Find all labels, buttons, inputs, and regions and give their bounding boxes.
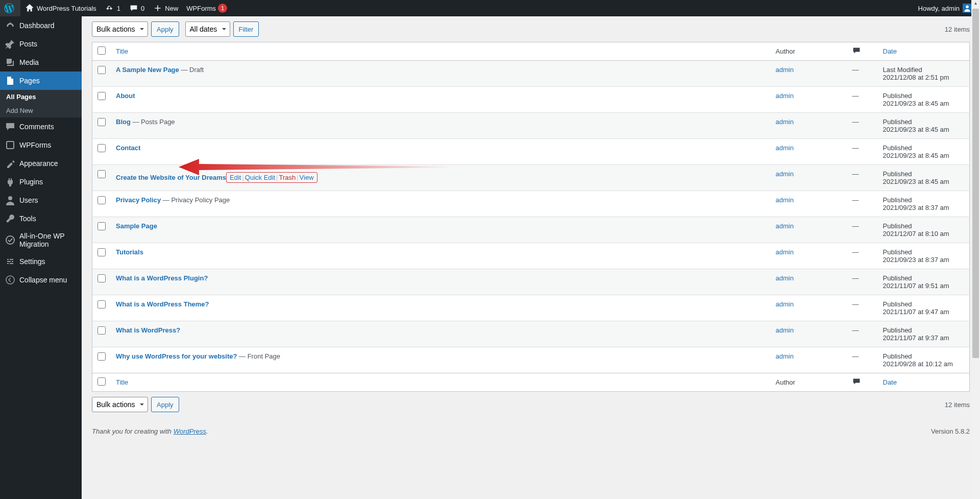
publish-date: 2021/09/23 at 8:37 am (883, 204, 949, 211)
row-checkbox[interactable] (97, 170, 106, 178)
items-count-bottom: 12 items (945, 401, 970, 409)
sidebar-item-media[interactable]: Media (0, 53, 82, 72)
sidebar-item-all-in-one-wp-migration[interactable]: All-in-One WP Migration (0, 228, 82, 252)
page-title-link[interactable]: Tutorials (116, 248, 143, 256)
sidebar-label: Settings (19, 257, 45, 266)
page-icon (5, 76, 15, 86)
col-header-comments[interactable] (847, 42, 878, 61)
apply-button-top[interactable]: Apply (151, 21, 179, 37)
table-row: What is WordPress?admin—Published2021/11… (92, 321, 970, 347)
sidebar-item-users[interactable]: Users (0, 191, 82, 209)
sidebar-sub-add-new[interactable]: Add New (0, 104, 82, 117)
row-checkbox[interactable] (97, 118, 106, 126)
sidebar-item-posts[interactable]: Posts (0, 35, 82, 53)
sidebar-label: Collapse menu (19, 276, 67, 284)
col-header-date[interactable]: Date (878, 42, 970, 61)
page-title-link[interactable]: A Sample New Page (116, 66, 179, 74)
sidebar-item-collapse-menu[interactable]: Collapse menu (0, 271, 82, 289)
col-footer-comments[interactable] (847, 373, 878, 392)
author-link[interactable]: admin (776, 66, 794, 74)
howdy-text: Howdy, admin (918, 5, 960, 12)
page-title-link[interactable]: What is a WordPress Theme? (116, 300, 209, 308)
row-checkbox[interactable] (97, 66, 106, 74)
col-header-author[interactable]: Author (771, 42, 847, 61)
sidebar-item-comments[interactable]: Comments (0, 117, 82, 136)
new-content-link[interactable]: New (149, 0, 182, 16)
author-link[interactable]: admin (776, 274, 794, 282)
author-link[interactable]: admin (776, 222, 794, 230)
bulk-actions-select[interactable]: Bulk actions (92, 21, 148, 37)
table-row: Why use WordPress for your website? — Fr… (92, 347, 970, 373)
howdy-user[interactable]: Howdy, admin (914, 0, 976, 16)
select-all-bottom[interactable] (97, 377, 106, 386)
author-link[interactable]: admin (776, 352, 794, 360)
author-link[interactable]: admin (776, 118, 794, 126)
row-checkbox[interactable] (97, 326, 106, 335)
col-header-title[interactable]: Title (111, 42, 771, 61)
publish-status: Published (883, 222, 912, 230)
sidebar-item-wpforms[interactable]: WPForms (0, 136, 82, 154)
author-link[interactable]: admin (776, 300, 794, 308)
row-checkbox[interactable] (97, 300, 106, 308)
sidebar-item-pages[interactable]: Pages (0, 72, 82, 90)
browser-scrollbar[interactable] (971, 0, 980, 499)
page-title-link[interactable]: What is a WordPress Plugin? (116, 274, 208, 282)
footer-thanks: Thank you for creating with (92, 427, 174, 435)
page-title-link[interactable]: About (116, 92, 135, 100)
row-checkbox[interactable] (97, 92, 106, 100)
publish-status: Published (883, 300, 912, 308)
footer-wp-link[interactable]: WordPress (174, 427, 206, 435)
author-link[interactable]: admin (776, 170, 794, 178)
author-link[interactable]: admin (776, 248, 794, 256)
wpforms-bar-link[interactable]: WPForms1 (182, 0, 231, 16)
row-checkbox[interactable] (97, 248, 106, 256)
page-title-link[interactable]: Create the Website of Your Dreams (116, 174, 226, 181)
apply-button-bottom[interactable]: Apply (151, 397, 179, 412)
sidebar-item-dashboard[interactable]: Dashboard (0, 16, 82, 35)
quick-edit-link[interactable]: Quick Edit (245, 174, 275, 181)
row-checkbox[interactable] (97, 274, 106, 282)
col-footer-author[interactable]: Author (771, 373, 847, 392)
col-footer-date[interactable]: Date (878, 373, 970, 392)
edit-link[interactable]: Edit (230, 174, 241, 181)
trash-link[interactable]: Trash (279, 174, 296, 181)
site-home[interactable]: WordPress Tutorials (20, 0, 101, 16)
bulk-actions-select-bottom[interactable]: Bulk actions (92, 397, 148, 412)
page-title-link[interactable]: Sample Page (116, 222, 157, 230)
author-link[interactable]: admin (776, 92, 794, 100)
page-title-link[interactable]: Contact (116, 144, 140, 152)
sidebar-label: Plugins (19, 178, 43, 186)
author-link[interactable]: admin (776, 326, 794, 334)
row-checkbox[interactable] (97, 352, 106, 361)
updates-link[interactable]: 1 (101, 0, 125, 16)
date-filter-select[interactable]: All dates (185, 21, 230, 37)
sidebar-item-tools[interactable]: Tools (0, 209, 82, 228)
row-checkbox[interactable] (97, 196, 106, 204)
sidebar-item-appearance[interactable]: Appearance (0, 154, 82, 173)
row-checkbox[interactable] (97, 144, 106, 152)
page-title-link[interactable]: Blog (116, 118, 131, 126)
row-checkbox[interactable] (97, 222, 106, 230)
author-link[interactable]: admin (776, 144, 794, 152)
view-link[interactable]: View (300, 174, 314, 181)
wp-logo[interactable] (0, 0, 20, 16)
svg-point-3 (6, 236, 14, 244)
comments-link[interactable]: 0 (125, 0, 149, 16)
author-link[interactable]: admin (776, 196, 794, 204)
publish-date: 2021/09/23 at 8:37 am (883, 256, 949, 264)
page-title-link[interactable]: Why use WordPress for your website? (116, 352, 237, 360)
page-title-link[interactable]: What is WordPress? (116, 326, 180, 334)
col-footer-title[interactable]: Title (111, 373, 771, 392)
sidebar-item-settings[interactable]: Settings (0, 252, 82, 271)
sidebar-sub-all-pages[interactable]: All Pages (0, 90, 82, 104)
comments-dash: — (852, 118, 859, 126)
wpforms-icon (5, 140, 15, 150)
select-all-top[interactable] (97, 46, 106, 55)
sidebar-label: Comments (19, 123, 54, 131)
sidebar-item-plugins[interactable]: Plugins (0, 173, 82, 191)
collapse-icon (5, 275, 15, 285)
comments-dash: — (852, 300, 859, 308)
comments-dash: — (852, 66, 859, 74)
page-title-link[interactable]: Privacy Policy (116, 196, 161, 204)
filter-button[interactable]: Filter (233, 21, 259, 37)
